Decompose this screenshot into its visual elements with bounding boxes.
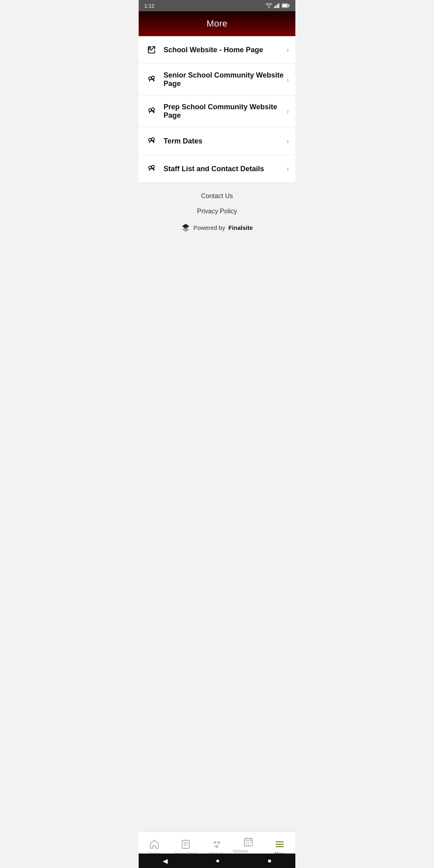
svg-marker-17	[182, 227, 189, 232]
chevron-icon-school-website: ›	[287, 46, 289, 54]
link-icon-school-website	[145, 43, 158, 56]
menu-item-staff-list[interactable]: Staff List and Contact Details ›	[139, 155, 295, 182]
menu-item-term-dates[interactable]: Term Dates ›	[139, 127, 295, 155]
chevron-icon-staff-list: ›	[287, 165, 289, 173]
menu-item-prep-school[interactable]: Prep School Community Website Page ›	[139, 96, 295, 127]
menu-list: School Website - Home Page › Senior Scho…	[139, 36, 295, 183]
svg-rect-3	[278, 3, 280, 8]
menu-item-label-prep-school: Prep School Community Website Page	[164, 103, 287, 120]
svg-point-9	[151, 76, 154, 79]
status-bar-left: 1:12	[144, 3, 154, 9]
status-bar: 1:12	[139, 0, 295, 11]
battery-icon	[282, 3, 290, 8]
menu-item-label-senior-school: Senior School Community Website Page	[164, 71, 287, 88]
status-bar-right	[266, 3, 290, 8]
powered-by-section: Powered by Finalsite	[181, 223, 253, 232]
menu-item-label-term-dates: Term Dates	[164, 137, 287, 145]
contact-us-link[interactable]: Contact Us	[201, 192, 233, 200]
svg-point-11	[151, 108, 154, 111]
link-icon-staff-list	[145, 162, 158, 175]
link-icon-senior-school	[145, 73, 158, 86]
svg-rect-1	[276, 6, 277, 8]
powered-by-text: Powered by	[193, 224, 225, 231]
svg-point-13	[151, 138, 154, 141]
svg-rect-2	[277, 4, 278, 8]
page-header: More	[139, 11, 295, 36]
wifi-icon	[266, 3, 272, 8]
svg-rect-6	[283, 4, 288, 7]
privacy-policy-link[interactable]: Privacy Policy	[197, 208, 237, 215]
footer-links: Contact Us Privacy Policy Powered by Fin…	[139, 183, 295, 242]
chevron-icon-term-dates: ›	[287, 137, 289, 145]
chevron-icon-prep-school: ›	[287, 107, 289, 116]
svg-rect-0	[274, 6, 275, 8]
link-icon-prep-school	[145, 105, 158, 118]
signal-icon	[274, 3, 280, 8]
svg-point-15	[151, 166, 154, 168]
link-icon-term-dates	[145, 135, 158, 147]
menu-item-school-website-home[interactable]: School Website - Home Page ›	[139, 36, 295, 64]
menu-item-senior-school[interactable]: Senior School Community Website Page ›	[139, 64, 295, 96]
time-display: 1:12	[144, 3, 154, 9]
chevron-icon-senior-school: ›	[287, 76, 289, 84]
finalsite-logo-icon	[181, 223, 190, 232]
menu-item-label-school-website: School Website - Home Page	[164, 46, 287, 54]
finalsite-brand-text: Finalsite	[228, 224, 253, 231]
menu-item-label-staff-list: Staff List and Contact Details	[164, 165, 287, 173]
main-content: School Website - Home Page › Senior Scho…	[139, 36, 295, 294]
header-title: More	[207, 18, 227, 29]
svg-rect-5	[289, 5, 290, 7]
